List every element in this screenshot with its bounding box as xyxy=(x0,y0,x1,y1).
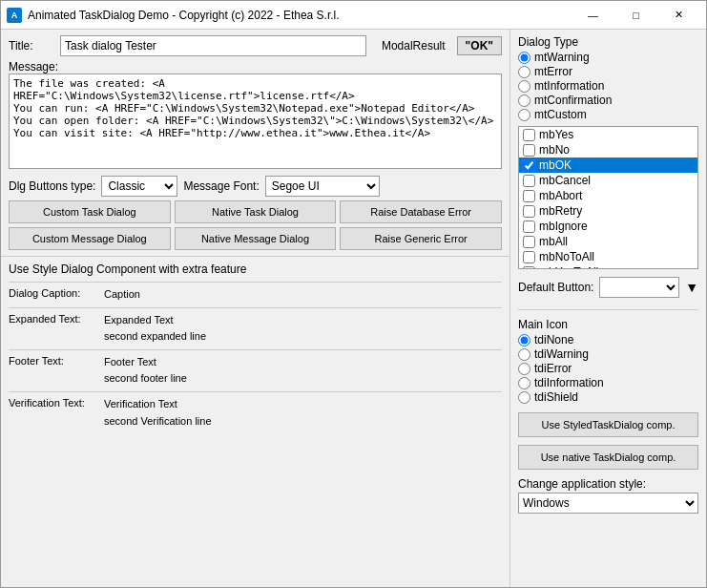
checkbox-mbRetry[interactable]: mbRetry xyxy=(519,203,697,219)
raise-generic-error-button[interactable]: Raise Generic Error xyxy=(340,227,502,250)
checkbox-mbCancel[interactable]: mbCancel xyxy=(519,173,697,188)
radio-mtWarning-input[interactable] xyxy=(518,52,530,64)
message-label: Message: xyxy=(9,60,58,74)
radio-mtConfirmation[interactable]: mtConfirmation xyxy=(518,94,698,107)
radio-tdiShield-label: tdiShield xyxy=(534,390,578,404)
dialog-type-section: Dialog Type mtWarning mtError mtInformat… xyxy=(518,35,698,122)
checkbox-mbYes[interactable]: mbYes xyxy=(519,127,697,142)
change-style-row: Change application style: Windows Flat M… xyxy=(518,477,698,514)
main-window: A Animated TaskDialog Demo - Copyright (… xyxy=(0,0,707,588)
checkbox-mbIgnore-label: mbIgnore xyxy=(539,220,588,233)
checkbox-mbRetry-label: mbRetry xyxy=(539,204,582,218)
radio-tdiError[interactable]: tdiError xyxy=(518,362,698,375)
change-style-label: Change application style: xyxy=(518,477,698,491)
checkbox-list[interactable]: mbYes mbNo mbOK mbCancel mbAbort xyxy=(518,126,698,269)
expanded-text-label: Expanded Text: xyxy=(9,312,104,325)
checkbox-mbNoToAll-input[interactable] xyxy=(523,251,535,263)
extra-fields: Dialog Caption: Caption Expanded Text: E… xyxy=(9,282,502,433)
checkbox-mbNoToAll-label: mbNoToAll xyxy=(539,250,594,263)
footer-text-value: Footer Textsecond footer line xyxy=(104,354,502,388)
dialog-caption-value: Caption xyxy=(104,286,502,304)
dialog-caption-row: Dialog Caption: Caption xyxy=(9,282,502,307)
radio-tdiInformation[interactable]: tdiInformation xyxy=(518,376,698,389)
radio-tdiError-input[interactable] xyxy=(518,363,530,375)
msg-font-combo[interactable]: Segoe UI Arial Tahoma xyxy=(265,176,380,197)
message-textarea[interactable]: The file was created: <A HREF="C:\Window… xyxy=(9,74,502,169)
checkbox-mbOK-input[interactable] xyxy=(523,159,535,172)
change-style-combo[interactable]: Windows Flat Modern xyxy=(518,493,698,514)
checkbox-mbCancel-input[interactable] xyxy=(523,175,535,187)
checkbox-mbAbort-label: mbAbort xyxy=(539,189,582,202)
default-button-combo[interactable] xyxy=(599,277,679,298)
checkbox-mbIgnore-input[interactable] xyxy=(523,220,535,233)
dlg-buttons-row: Dlg Buttons type: Classic Standard Custo… xyxy=(9,176,502,197)
close-button[interactable]: ✕ xyxy=(657,1,700,30)
expanded-text-row: Expanded Text: Expanded Textsecond expan… xyxy=(9,307,502,349)
radio-tdiNone-label: tdiNone xyxy=(534,333,573,346)
checkbox-mbNo-input[interactable] xyxy=(523,144,535,157)
title-input[interactable] xyxy=(60,35,366,56)
verification-text-label: Verification Text: xyxy=(9,396,104,409)
radio-mtConfirmation-label: mtConfirmation xyxy=(534,94,612,107)
radio-mtCustom[interactable]: mtCustom xyxy=(518,108,698,121)
checkbox-mbAll-label: mbAll xyxy=(539,235,568,248)
checkbox-mbNoToAll[interactable]: mbNoToAll xyxy=(519,249,697,264)
checkbox-mbOK[interactable]: mbOK xyxy=(519,158,697,173)
checkbox-mbAll[interactable]: mbAll xyxy=(519,234,697,249)
checkbox-mbAll-input[interactable] xyxy=(523,236,535,248)
title-bar: A Animated TaskDialog Demo - Copyright (… xyxy=(1,1,706,30)
verification-text-value: Verification Textsecond Verification lin… xyxy=(104,396,502,430)
dialog-caption-label: Dialog Caption: xyxy=(9,286,104,299)
radio-tdiShield-input[interactable] xyxy=(518,391,530,404)
radio-mtError[interactable]: mtError xyxy=(518,65,698,78)
checkbox-mbNo-label: mbNo xyxy=(539,143,570,157)
bottom-section: Use Style Dialog Component with extra fe… xyxy=(1,257,509,587)
radio-tdiWarning[interactable]: tdiWarning xyxy=(518,347,698,361)
window-title: Animated TaskDialog Demo - Copyright (c)… xyxy=(28,9,572,22)
checkbox-mbAbort[interactable]: mbAbort xyxy=(519,188,697,203)
verification-text-row: Verification Text: Verification Textseco… xyxy=(9,391,502,433)
maximize-button[interactable]: □ xyxy=(614,1,657,30)
checkbox-mbYesToAll[interactable]: mbYesToAll xyxy=(519,264,697,269)
radio-mtInformation-input[interactable] xyxy=(518,80,530,93)
radio-mtCustom-label: mtCustom xyxy=(534,108,587,121)
radio-tdiInformation-input[interactable] xyxy=(518,377,530,389)
modal-result-value: "OK" xyxy=(457,36,502,55)
checkbox-mbAbort-input[interactable] xyxy=(523,190,535,202)
message-area-container: The file was created: <A HREF="C:\Window… xyxy=(9,74,502,172)
checkbox-mbRetry-input[interactable] xyxy=(523,205,535,218)
use-style-label: Use Style Dialog Component with extra fe… xyxy=(9,262,502,276)
checkbox-mbYes-label: mbYes xyxy=(539,128,573,141)
content-area: Title: ModalResult "OK" Message: The fil… xyxy=(1,30,706,587)
separator-1 xyxy=(518,309,698,310)
message-label-row: Message: xyxy=(9,60,502,74)
radio-mtWarning[interactable]: mtWarning xyxy=(518,51,698,64)
title-bar-controls: — □ ✕ xyxy=(572,1,700,30)
default-button-dropdown-icon[interactable]: ▼ xyxy=(685,280,698,295)
checkbox-mbYes-input[interactable] xyxy=(523,129,535,141)
radio-mtError-input[interactable] xyxy=(518,66,530,78)
raise-database-error-button[interactable]: Raise Database Error xyxy=(340,200,502,223)
radio-mtWarning-label: mtWarning xyxy=(534,51,590,64)
dlg-buttons-combo[interactable]: Classic Standard Custom xyxy=(101,176,177,197)
radio-tdiNone[interactable]: tdiNone xyxy=(518,333,698,346)
expanded-text-value: Expanded Textsecond expanded line xyxy=(104,312,502,346)
checkbox-mbIgnore[interactable]: mbIgnore xyxy=(519,219,697,234)
native-message-dialog-button[interactable]: Native Message Dialog xyxy=(175,227,337,250)
radio-tdiShield[interactable]: tdiShield xyxy=(518,390,698,404)
checkbox-mbNo[interactable]: mbNo xyxy=(519,142,697,158)
minimize-button[interactable]: — xyxy=(572,1,614,30)
radio-mtCustom-input[interactable] xyxy=(518,109,530,121)
top-section: Title: ModalResult "OK" Message: The fil… xyxy=(1,30,509,257)
main-icon-label: Main Icon xyxy=(518,318,698,331)
radio-mtConfirmation-input[interactable] xyxy=(518,94,530,107)
native-task-dialog-button[interactable]: Native Task Dialog xyxy=(175,200,337,223)
native-task-dialog-button-right[interactable]: Use native TaskDialog comp. xyxy=(518,445,698,470)
radio-tdiWarning-input[interactable] xyxy=(518,348,530,361)
radio-tdiNone-input[interactable] xyxy=(518,334,530,346)
checkbox-mbYesToAll-input[interactable] xyxy=(523,266,535,270)
radio-mtInformation[interactable]: mtInformation xyxy=(518,79,698,93)
custom-task-dialog-button[interactable]: Custom Task Dialog xyxy=(9,200,171,223)
styled-task-dialog-button[interactable]: Use StyledTaskDialog comp. xyxy=(518,412,698,437)
custom-message-dialog-button[interactable]: Custom Message Dialog xyxy=(9,227,171,250)
